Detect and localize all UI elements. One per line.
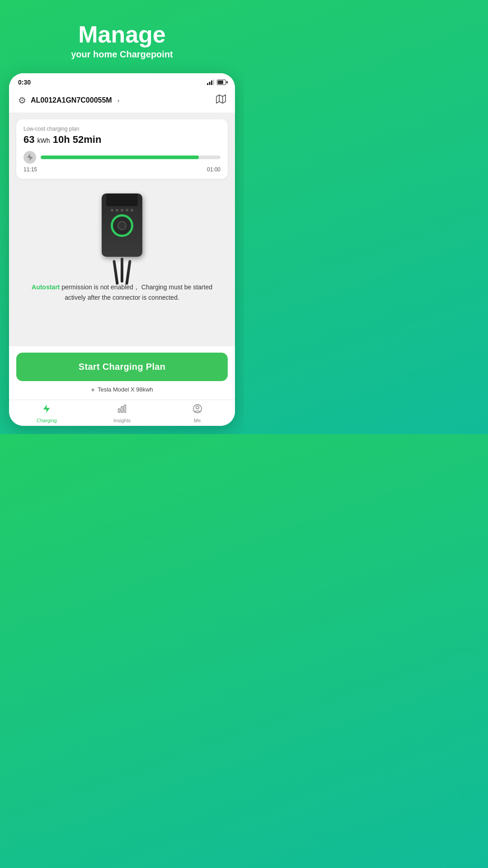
header: Manage your home Chargepoint: [0, 0, 244, 69]
cable: [113, 260, 119, 285]
svg-rect-11: [124, 405, 126, 413]
charger-device: [95, 190, 149, 276]
energy-value: 63: [23, 134, 34, 145]
me-nav-label: Me: [194, 418, 201, 423]
plan-value: 63 kWh 10h 52min: [23, 134, 221, 146]
time-mins: 52min: [73, 134, 102, 145]
svg-marker-4: [216, 95, 225, 103]
progress-bar: [41, 156, 221, 159]
charging-plan-card: Low-cost charging plan 63 kWh 10h 52min …: [16, 119, 228, 179]
charging-nav-icon: [42, 404, 52, 416]
autostart-body: permission is not enabled， Charging must…: [60, 283, 212, 301]
svg-rect-0: [207, 83, 208, 85]
svg-rect-10: [121, 407, 123, 413]
svg-rect-1: [209, 82, 211, 85]
add-vehicle-row[interactable]: + Tesla Model X 98kwh: [16, 381, 228, 396]
map-icon[interactable]: [216, 94, 226, 106]
scroll-area[interactable]: Low-cost charging plan 63 kWh 10h 52min …: [9, 113, 235, 346]
svg-rect-9: [118, 409, 120, 412]
status-bar: 0:30: [9, 73, 235, 90]
charger-dot: [126, 209, 128, 212]
charger-ring: [111, 214, 133, 237]
end-time: 01:00: [207, 166, 221, 173]
svg-marker-7: [27, 154, 33, 161]
plan-label: Low-cost charging plan: [23, 126, 221, 132]
battery-icon: [217, 80, 226, 85]
plus-icon: +: [91, 386, 95, 393]
vehicle-label: Tesla Model X 98kwh: [98, 386, 153, 393]
time-labels: 11:15 01:00: [23, 166, 221, 173]
status-time: 0:30: [18, 79, 31, 86]
insights-nav-icon: [117, 404, 127, 416]
charger-dot: [121, 209, 123, 212]
gear-icon[interactable]: ⚙: [18, 95, 26, 106]
me-nav-icon: [192, 404, 202, 416]
device-info[interactable]: ⚙ AL0012A1GN7C00055M ›: [18, 95, 119, 106]
time-hours: 10h: [53, 134, 70, 145]
charger-dot: [131, 209, 133, 212]
progress-row: [23, 151, 221, 164]
svg-marker-8: [43, 405, 50, 413]
action-area: Start Charging Plan + Tesla Model X 98kw…: [9, 346, 235, 400]
energy-unit: kWh: [38, 137, 50, 144]
bottom-nav: Charging Insights Me: [9, 400, 235, 426]
nav-item-charging[interactable]: Charging: [9, 404, 84, 423]
charger-ring-inner: [117, 221, 127, 230]
autostart-link[interactable]: Autostart: [32, 283, 60, 291]
charger-dot: [111, 209, 113, 212]
signal-icon: [207, 80, 214, 85]
start-charging-button[interactable]: Start Charging Plan: [16, 353, 228, 381]
charger-screen: [106, 193, 138, 206]
status-icons: [207, 80, 226, 85]
phone-card: 0:30 ⚙ AL0012A1GN7C00055M ›: [9, 73, 235, 426]
device-id: AL0012A1GN7C00055M: [31, 96, 112, 104]
chevron-right-icon: ›: [117, 97, 120, 104]
charger-image-area: [16, 185, 228, 280]
cable: [125, 260, 131, 285]
insights-nav-label: Insights: [113, 418, 131, 423]
charger-body: [102, 193, 142, 257]
progress-bar-fill: [41, 156, 199, 159]
top-bar: ⚙ AL0012A1GN7C00055M ›: [9, 90, 235, 113]
nav-item-insights[interactable]: Insights: [84, 404, 160, 423]
svg-rect-2: [211, 80, 212, 85]
svg-rect-3: [213, 80, 215, 85]
charger-dot: [116, 209, 118, 212]
header-subtitle: your home Chargepoint: [9, 49, 235, 60]
cable: [121, 258, 123, 283]
charger-dots: [102, 209, 142, 212]
bolt-icon: [23, 151, 36, 164]
start-time: 11:15: [23, 166, 37, 173]
charger-cables: [95, 258, 149, 285]
nav-item-me[interactable]: Me: [160, 404, 235, 423]
charging-nav-label: Charging: [37, 418, 57, 423]
header-title: Manage: [9, 22, 235, 47]
svg-point-13: [196, 406, 198, 409]
